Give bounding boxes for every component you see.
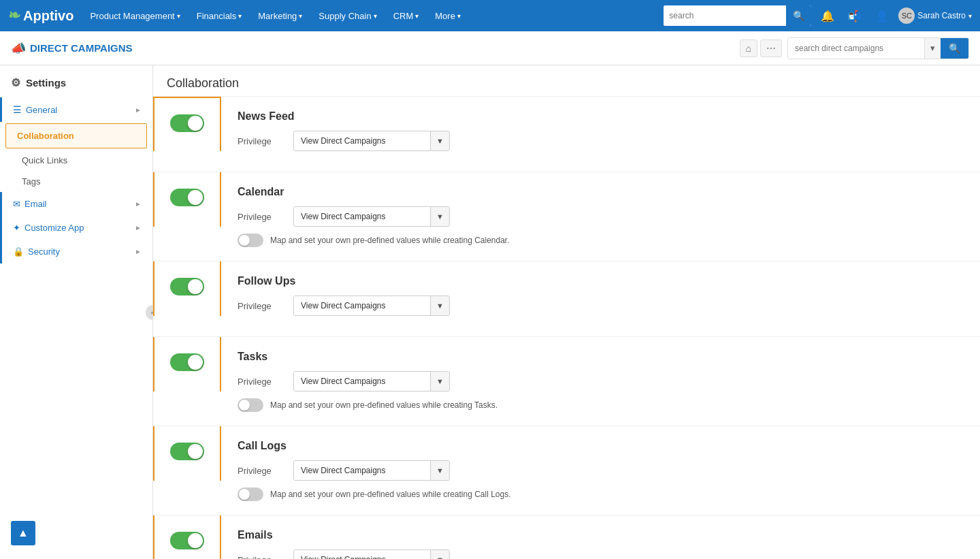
privilege-row-emails: Privilege View Direct Campaigns ▼ <box>238 549 964 559</box>
sidebar-item-collaboration[interactable]: Collaboration <box>5 123 147 148</box>
privilege-dropdown-emails[interactable]: View Direct Campaigns <box>294 549 430 559</box>
section-content-call-logs: Call Logs Privilege View Direct Campaign… <box>221 426 980 515</box>
user-menu[interactable]: SC Sarah Castro ▾ <box>898 7 972 24</box>
nav-marketing[interactable]: Marketing ▾ <box>252 11 308 21</box>
messages-icon[interactable]: 📬 <box>844 10 866 22</box>
main-content: Collaboration News Feed Privilege View D… <box>153 65 980 559</box>
toggle-follow-ups[interactable] <box>170 278 204 296</box>
section-content-calendar: Calendar Privilege View Direct Campaigns… <box>221 172 980 261</box>
notifications-icon[interactable]: 🔔 <box>817 10 838 22</box>
privilege-row-news-feed: Privilege View Direct Campaigns ▼ <box>238 131 964 151</box>
chevron-down-icon: ▾ <box>968 12 972 20</box>
direct-campaigns-icon: 📣 <box>11 41 26 56</box>
more-options-button[interactable]: ⋯ <box>760 39 782 57</box>
section-title-call-logs: Call Logs <box>238 440 964 452</box>
privilege-dropdown-follow-ups[interactable]: View Direct Campaigns <box>294 296 430 316</box>
toggle-news-feed[interactable] <box>170 114 204 132</box>
map-text-tasks: Map and set your own pre-defined values … <box>270 400 497 410</box>
sidebar-item-security[interactable]: 🔒 Security ► <box>0 240 152 263</box>
sub-search-button[interactable]: 🔍 <box>941 37 968 59</box>
section-news-feed: News Feed Privilege View Direct Campaign… <box>153 97 980 172</box>
chevron-down-icon: ▼ <box>430 296 449 316</box>
main-layout: ⚙ Settings ☰ General ► Collaboration Qui… <box>0 65 980 559</box>
chevron-down-icon: ▾ <box>238 12 242 20</box>
map-toggle-calendar[interactable] <box>238 234 263 247</box>
privilege-select-call-logs[interactable]: View Direct Campaigns ▼ <box>293 460 450 481</box>
privilege-label-follow-ups: Privilege <box>238 301 285 311</box>
nav-supply-chain[interactable]: Supply Chain ▾ <box>313 11 382 21</box>
list-icon: ☰ <box>13 104 22 115</box>
map-text-calendar: Map and set your own pre-defined values … <box>270 236 510 245</box>
map-row-call-logs: Map and set your own pre-defined values … <box>238 488 964 501</box>
sub-nav-actions: ⌂ ⋯ <box>740 39 782 57</box>
sidebar: ⚙ Settings ☰ General ► Collaboration Qui… <box>0 65 153 559</box>
global-search[interactable]: 🔍 <box>664 5 811 26</box>
sidebar-item-quick-links[interactable]: Quick Links <box>0 150 152 171</box>
chevron-down-icon: ▼ <box>430 131 449 151</box>
privilege-dropdown-call-logs[interactable]: View Direct Campaigns <box>294 460 430 481</box>
toggle-column-news-feed <box>153 97 221 151</box>
map-toggle-tasks[interactable] <box>238 398 263 412</box>
map-toggle-call-logs[interactable] <box>238 488 263 501</box>
security-icon: 🔒 <box>13 246 24 257</box>
privilege-select-emails[interactable]: View Direct Campaigns ▼ <box>293 549 450 559</box>
logo[interactable]: ❧ Apptivo <box>8 7 74 25</box>
section-content-emails: Emails Privilege View Direct Campaigns ▼ <box>221 515 980 559</box>
chevron-right-icon: ► <box>135 106 142 114</box>
privilege-row-call-logs: Privilege View Direct Campaigns ▼ <box>238 460 964 481</box>
toggle-column-follow-ups <box>153 261 221 316</box>
home-button[interactable]: ⌂ <box>740 39 757 57</box>
section-title-follow-ups: Follow Ups <box>238 275 964 287</box>
privilege-dropdown-news-feed[interactable]: View Direct Campaigns <box>294 131 430 151</box>
collaboration-sections: News Feed Privilege View Direct Campaign… <box>153 97 980 559</box>
chevron-down-icon: ▼ <box>430 549 449 559</box>
section-content-tasks: Tasks Privilege View Direct Campaigns ▼ … <box>221 337 980 426</box>
nav-product-management[interactable]: Product Management ▾ <box>84 11 185 21</box>
chevron-down-icon: ▼ <box>430 460 449 481</box>
section-title-tasks: Tasks <box>238 351 964 363</box>
sidebar-item-email[interactable]: ✉ Email ► <box>0 192 152 216</box>
section-emails: Emails Privilege View Direct Campaigns ▼ <box>153 515 980 559</box>
privilege-label-emails: Privilege <box>238 555 285 560</box>
app-title: 📣 DIRECT CAMPAIGNS <box>11 41 133 56</box>
contacts-icon[interactable]: 👤 <box>871 10 893 22</box>
toggle-emails[interactable] <box>170 532 204 549</box>
section-title-emails: Emails <box>238 529 964 541</box>
privilege-row-follow-ups: Privilege View Direct Campaigns ▼ <box>238 296 964 316</box>
sidebar-item-customize-app[interactable]: ✦ Customize App ► <box>0 216 152 240</box>
toggle-column-tasks <box>153 337 221 392</box>
toggle-calendar[interactable] <box>170 189 204 206</box>
sidebar-item-tags[interactable]: Tags <box>0 171 152 192</box>
privilege-select-calendar[interactable]: View Direct Campaigns ▼ <box>293 206 450 227</box>
privilege-select-news-feed[interactable]: View Direct Campaigns ▼ <box>293 131 450 151</box>
chevron-down-icon: ▾ <box>299 12 302 20</box>
email-icon: ✉ <box>13 199 20 209</box>
map-text-call-logs: Map and set your own pre-defined values … <box>270 490 511 499</box>
chevron-down-icon: ▾ <box>177 12 180 20</box>
privilege-select-tasks[interactable]: View Direct Campaigns ▼ <box>293 371 450 392</box>
map-row-tasks: Map and set your own pre-defined values … <box>238 398 964 412</box>
section-content-follow-ups: Follow Ups Privilege View Direct Campaig… <box>221 261 980 336</box>
privilege-dropdown-calendar[interactable]: View Direct Campaigns <box>294 206 430 227</box>
chevron-down-icon: ▼ <box>430 206 449 227</box>
sub-search-bar[interactable]: ▾ 🔍 <box>787 37 969 59</box>
search-dropdown[interactable]: ▾ <box>924 37 941 59</box>
section-title-calendar: Calendar <box>238 186 964 198</box>
toggle-column-emails <box>153 515 221 559</box>
nav-crm[interactable]: CRM ▾ <box>388 11 425 21</box>
toggle-call-logs[interactable] <box>170 443 204 460</box>
logo-icon: ❧ <box>8 7 20 25</box>
toggle-column-calendar <box>153 172 221 227</box>
global-search-button[interactable]: 🔍 <box>786 5 811 26</box>
privilege-select-follow-ups[interactable]: View Direct Campaigns ▼ <box>293 296 450 316</box>
nav-financials[interactable]: Financials ▾ <box>191 11 248 21</box>
section-content-news-feed: News Feed Privilege View Direct Campaign… <box>221 97 980 172</box>
sidebar-item-general[interactable]: ☰ General ► <box>0 97 152 122</box>
scroll-up-button[interactable]: ▲ <box>11 521 35 545</box>
global-search-input[interactable] <box>664 5 786 26</box>
toggle-tasks[interactable] <box>170 353 204 371</box>
map-row-calendar: Map and set your own pre-defined values … <box>238 234 964 247</box>
privilege-dropdown-tasks[interactable]: View Direct Campaigns <box>294 371 430 392</box>
nav-more[interactable]: More ▾ <box>429 11 466 21</box>
sub-search-input[interactable] <box>788 37 924 59</box>
